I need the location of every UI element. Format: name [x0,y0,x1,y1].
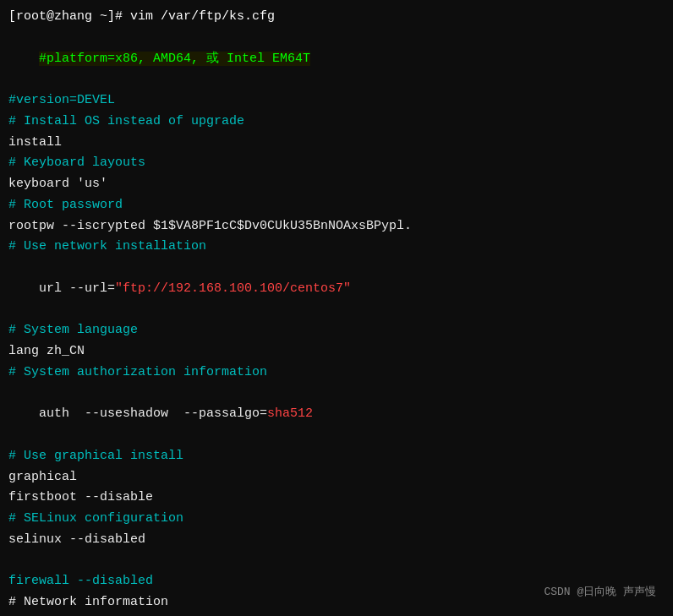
line-network-install-comment: # Use network installation [8,237,665,258]
line-keyboard: keyboard 'us' [8,174,665,195]
line-firstboot: firstboot --disable [8,488,665,509]
line-url: url --url="ftp://192.168.100.100/centos7… [8,258,665,320]
line-graphical: graphical [8,467,665,488]
line-install-comment: # Install OS instead of upgrade [8,112,665,133]
platform-highlight: #platform=x86, AMD64, 或 Intel EM64T [39,52,310,66]
line-auth-comment: # System authorization information [8,363,665,384]
line-graphical-comment: # Use graphical install [8,446,665,467]
prompt-line: [root@zhang ~]# vim /var/ftp/ks.cfg [8,7,665,28]
auth-prefix: auth --useshadow --passalgo= [39,406,267,421]
line-version: #version=DEVEL [8,90,665,112]
url-prefix: url --url= [39,281,115,296]
line-selinux-comment: # SELinux configuration [8,509,665,530]
line-root-comment: # Root password [8,195,665,216]
url-value: "ftp://192.168.100.100/centos7" [115,281,351,296]
line-rootpw: rootpw --iscrypted $1$VA8PF1cC$Dv0CUkU35… [8,216,665,237]
line-auth: auth --useshadow --passalgo=sha512 [8,384,665,446]
auth-algo: sha512 [267,406,313,421]
empty-line-1 [8,551,665,572]
line-platform: #platform=x86, AMD64, 或 Intel EM64T [8,28,665,90]
line-keyboard-comment: # Keyboard layouts [8,153,665,174]
terminal: [root@zhang ~]# vim /var/ftp/ks.cfg #pla… [0,0,673,616]
line-selinux: selinux --disabled [8,530,665,551]
line-install: install [8,133,665,154]
line-lang-comment: # System language [8,320,665,341]
watermark: CSDN @日向晚 声声慢 [544,584,656,599]
line-lang: lang zh_CN [8,341,665,363]
